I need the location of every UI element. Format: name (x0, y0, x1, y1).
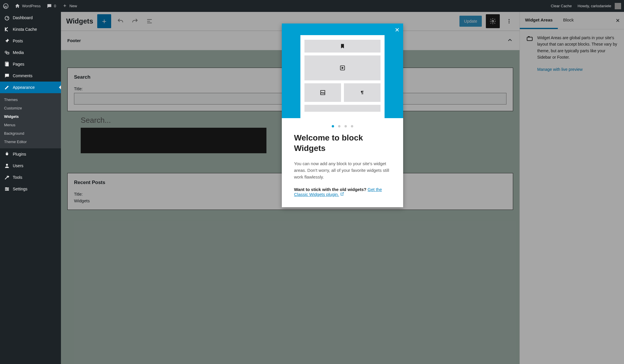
wp-logo[interactable] (0, 0, 12, 12)
hero-image-block (304, 83, 341, 102)
kinsta-icon (4, 26, 10, 32)
main-area: Widgets + Update (61, 12, 624, 364)
close-icon: ✕ (395, 27, 400, 33)
sidebar-item-comments[interactable]: Comments (0, 70, 61, 82)
sidebar-item-label: Comments (13, 73, 33, 78)
welcome-modal: ✕ (282, 24, 403, 207)
welcome-modal-backdrop: ✕ (61, 12, 624, 364)
submenu-theme-editor[interactable]: Theme Editor (0, 138, 61, 146)
sidebar-item-dashboard[interactable]: Dashboard (0, 12, 61, 24)
sidebar-item-label: Pages (13, 62, 24, 66)
play-icon (339, 65, 346, 71)
sidebar-item-kinsta[interactable]: Kinsta Cache (0, 24, 61, 35)
hero-paragraph-block (344, 83, 380, 102)
comment-icon (46, 3, 52, 9)
sidebar-item-settings[interactable]: Settings (0, 183, 61, 195)
site-name: WordPress (22, 4, 41, 8)
howdy-account[interactable]: Howdy, carlodaniele (575, 0, 624, 12)
svg-rect-21 (321, 91, 325, 95)
sidebar-item-plugins[interactable]: Plugins (0, 148, 61, 160)
svg-point-6 (6, 164, 8, 166)
new-label: New (69, 4, 77, 8)
site-link[interactable]: WordPress (12, 0, 44, 12)
external-link-icon (340, 192, 344, 197)
plus-icon: + (62, 3, 68, 9)
users-icon (4, 163, 10, 169)
appearance-submenu: Themes Customize Widgets Menus Backgroun… (0, 93, 61, 148)
sidebar-item-media[interactable]: Media (0, 47, 61, 58)
submenu-widgets[interactable]: Widgets (0, 112, 61, 121)
plugin-icon (4, 151, 10, 157)
sidebar-item-label: Posts (13, 39, 23, 43)
paragraph-icon (360, 90, 365, 95)
image-icon (320, 89, 326, 96)
hero-bookmark-block (304, 40, 380, 53)
admin-sidebar: Dashboard Kinsta Cache Posts Media Pages… (0, 12, 61, 364)
sidebar-item-label: Dashboard (13, 15, 33, 20)
svg-rect-11 (8, 188, 8, 190)
pagination-dot[interactable] (332, 125, 334, 127)
comment-count: 0 (54, 4, 56, 8)
sidebar-item-label: Settings (13, 187, 28, 191)
wordpress-icon (3, 3, 9, 9)
submenu-menus[interactable]: Menus (0, 121, 61, 129)
toolbar-new[interactable]: + New (59, 0, 80, 12)
home-icon (15, 3, 20, 9)
svg-rect-8 (5, 189, 9, 190)
sidebar-item-tools[interactable]: Tools (0, 172, 61, 183)
avatar (615, 3, 621, 9)
page-icon (4, 61, 10, 67)
modal-pagination (282, 118, 403, 130)
svg-rect-9 (5, 190, 9, 191)
sidebar-item-appearance[interactable]: Appearance (0, 82, 61, 93)
pagination-dot[interactable] (338, 125, 340, 127)
sidebar-item-label: Kinsta Cache (13, 27, 37, 32)
tools-icon (4, 174, 10, 180)
hero-small-block (304, 105, 380, 112)
settings-icon (4, 186, 10, 192)
bookmark-icon (340, 43, 345, 49)
sidebar-item-label: Appearance (13, 85, 35, 90)
svg-point-1 (5, 16, 9, 20)
sidebar-item-posts[interactable]: Posts (0, 35, 61, 47)
modal-hero (282, 24, 403, 118)
sidebar-item-label: Users (13, 163, 24, 168)
modal-close-button[interactable]: ✕ (395, 26, 400, 33)
sidebar-item-label: Media (13, 50, 24, 55)
svg-rect-7 (5, 188, 9, 188)
sidebar-item-label: Tools (13, 175, 22, 180)
admin-toolbar: WordPress 0 + New Clear Cache Howdy, car… (0, 0, 624, 12)
sidebar-item-pages[interactable]: Pages (0, 58, 61, 70)
svg-rect-5 (6, 62, 9, 66)
modal-title: Welcome to block Widgets (294, 133, 391, 154)
clear-cache-link[interactable]: Clear Cache (548, 0, 575, 12)
sidebar-item-label: Plugins (13, 152, 26, 156)
pagination-dot[interactable] (351, 125, 353, 127)
hero-video-block (304, 55, 380, 80)
submenu-customize[interactable]: Customize (0, 104, 61, 112)
appearance-icon (4, 84, 10, 90)
pagination-dot[interactable] (345, 125, 347, 127)
svg-rect-10 (6, 187, 6, 188)
modal-stick-prompt: Want to stick with the old widgets? Get … (294, 187, 391, 197)
comment-icon (4, 73, 10, 79)
toolbar-comments[interactable]: 0 (44, 0, 59, 12)
pin-icon (4, 38, 10, 44)
modal-text: You can now add any block to your site's… (294, 160, 391, 181)
sidebar-item-users[interactable]: Users (0, 160, 61, 172)
submenu-themes[interactable]: Themes (0, 95, 61, 104)
dashboard-icon (4, 15, 10, 21)
submenu-background[interactable]: Background (0, 129, 61, 138)
media-icon (4, 50, 10, 55)
